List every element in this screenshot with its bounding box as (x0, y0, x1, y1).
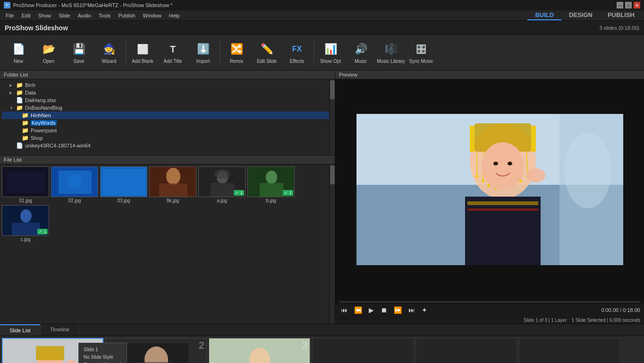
play-button[interactable]: ▶ (367, 305, 376, 315)
save-button[interactable]: 💾 Save (64, 37, 93, 68)
show-opt-button[interactable]: 📊 Show Opt (316, 37, 345, 68)
folder-binh[interactable]: ▶ 📁 Binh (2, 81, 333, 89)
folder-scrollbar[interactable] (329, 80, 335, 155)
new-button[interactable]: 📄 New (4, 37, 33, 68)
remix-icon: 🔀 (228, 41, 245, 58)
menu-publish[interactable]: Publish (115, 12, 139, 19)
add-blank-label: Add Blank (132, 59, 153, 64)
file-cjpg[interactable]: ✓ 1 c.jpg (2, 205, 49, 242)
wizard-button[interactable]: 🧙 Wizard (94, 37, 124, 68)
import-icon: ⬇️ (195, 41, 212, 58)
music-button[interactable]: 🔊 Music (346, 37, 375, 68)
thumb-8kjpg-img (150, 167, 196, 197)
folder-data[interactable]: ▶ 📁 Data (2, 89, 333, 96)
folder-hinnen[interactable]: 📁 HinhNen (2, 112, 333, 119)
thumb-bjpg-check: ✓ 1 (283, 190, 293, 196)
folder-powerpoint[interactable]: 📁 Powerpoint (2, 127, 333, 134)
file-01jpg[interactable]: 01.jpg (2, 166, 49, 203)
add-blank-icon: ⬜ (134, 41, 151, 58)
options-button[interactable]: ✦ (420, 305, 429, 315)
file-scrollbar[interactable] (329, 165, 335, 324)
nav-build[interactable]: BUILD (527, 10, 561, 20)
menu-slide[interactable]: Slide (55, 12, 74, 19)
file-02jpg[interactable]: 02.jpg (51, 166, 98, 203)
remix-label: Remix (230, 59, 243, 64)
file-ajpg-label: a.jpg (217, 198, 227, 203)
slide-empty-1[interactable]: Slides Drop photos / videos here.Double … (312, 338, 414, 363)
slide-1[interactable]: Slide 1 No Slide Style Photos / Videos: … (2, 338, 103, 363)
file-bjpg[interactable]: ✓ 1 b.jpg (247, 166, 295, 203)
file-ajpg[interactable]: ✓ 1 a.jpg (198, 166, 246, 203)
skip-start-button[interactable]: ⏮ (339, 305, 349, 315)
svg-point-45 (508, 162, 512, 165)
tab-timeline[interactable]: Timeline (41, 324, 79, 336)
slide-layer-info: Slide 1 of 3 | 1 Layer (524, 318, 567, 323)
menu-show[interactable]: Show (34, 12, 55, 19)
thumb-02jpg-img (51, 167, 98, 197)
svg-point-36 (482, 180, 484, 182)
arrow-dobaonam: ▼ (9, 106, 14, 110)
svg-point-13 (214, 169, 231, 179)
menu-audio[interactable]: Audio (74, 12, 95, 19)
folder-shop-label: Shop (31, 135, 43, 141)
folder-dobaonam-label: DoBaoNamBlog (25, 105, 62, 111)
thumb-cjpg-check: ✓ 1 (37, 229, 48, 234)
file-dathang[interactable]: 📄 DatHang.xlsx (2, 96, 333, 104)
slide-3-thumb (209, 338, 310, 363)
svg-point-4 (68, 174, 82, 188)
music-library-button[interactable]: 🎼 Music Library (376, 37, 406, 68)
nav-design[interactable]: DESIGN (561, 10, 600, 20)
arrow-binh: ▶ (9, 83, 14, 87)
music-library-label: Music Library (377, 59, 405, 64)
remix-button[interactable]: 🔀 Remix (222, 37, 251, 68)
folder-tree: ▶ 📁 Binh ▶ 📁 Data 📄 DatHang.xlsx ▼ 📁 (0, 79, 335, 151)
open-button[interactable]: 📂 Open (34, 37, 63, 68)
show-opt-label: Show Opt (320, 59, 341, 64)
folder-shop[interactable]: 📁 Shop (2, 134, 333, 142)
folder-keywords[interactable]: 📁 KeyWords (2, 119, 333, 127)
add-title-label: Add Title (164, 59, 182, 64)
edit-slide-button[interactable]: ✏️ Edit Slide (252, 37, 281, 68)
file-list: File List 01.jpg (0, 156, 335, 324)
file-8kjpg[interactable]: 8k.jpg (149, 166, 196, 203)
thumb-01jpg (2, 166, 49, 197)
menu-file[interactable]: File (2, 12, 18, 19)
prev-frame-button[interactable]: ⏪ (352, 305, 364, 315)
add-blank-button[interactable]: ⬜ Add Blank (128, 37, 157, 68)
import-button[interactable]: ⬇️ Import (188, 37, 218, 68)
effects-button[interactable]: FX Effects (282, 37, 312, 68)
close-button[interactable]: ✕ (634, 2, 640, 9)
nav-publish[interactable]: PUBLISH (600, 10, 642, 20)
save-label: Save (74, 59, 85, 64)
right-panel: Preview (335, 70, 644, 324)
folder-scroll-thumb[interactable] (330, 80, 335, 99)
slide-3[interactable]: AB 3.0 3 ▶ Slide 3 3.0 (209, 338, 310, 363)
menu-window[interactable]: Window (139, 12, 165, 19)
slide-count-info: 3 slides (0:18.00) (600, 25, 639, 31)
svg-point-18 (20, 209, 32, 223)
sync-music-button[interactable]: 🎛️ Sync Music (407, 37, 436, 68)
slide-empty-3[interactable] (519, 338, 620, 363)
menu-edit[interactable]: Edit (18, 12, 34, 19)
toolbar-separator-2 (220, 41, 220, 64)
maximize-button[interactable]: □ (625, 2, 632, 9)
next-frame-button[interactable]: ⏩ (392, 305, 404, 315)
minimize-button[interactable]: ─ (617, 2, 623, 9)
thumb-bjpg: ✓ 1 (247, 166, 295, 197)
file-unikey-label: unikey43RC4-180714-win64 (25, 143, 91, 148)
add-title-button[interactable]: T Add Title (158, 37, 187, 68)
slide-empty-2[interactable] (415, 338, 517, 363)
stop-button[interactable]: ⏹ (379, 305, 389, 315)
edit-slide-label: Edit Slide (257, 59, 277, 64)
tab-slide-list[interactable]: Slide List (0, 324, 41, 336)
file-unikey[interactable]: 📄 unikey43RC4-180714-win64 (2, 142, 333, 149)
file-03jpg[interactable]: 03.jpg (100, 166, 147, 203)
menu-help[interactable]: Help (165, 12, 184, 19)
folder-dobaonam[interactable]: ▼ 📁 DoBaoNamBlog (2, 104, 333, 112)
file-bjpg-label: b.jpg (266, 198, 276, 203)
menu-tools[interactable]: Tools (95, 12, 115, 19)
file-scroll-thumb[interactable] (330, 165, 335, 184)
skip-end-button[interactable]: ⏭ (407, 305, 417, 315)
thumb-ajpg: ✓ 1 (198, 166, 246, 197)
music-icon: 🔊 (352, 41, 369, 58)
